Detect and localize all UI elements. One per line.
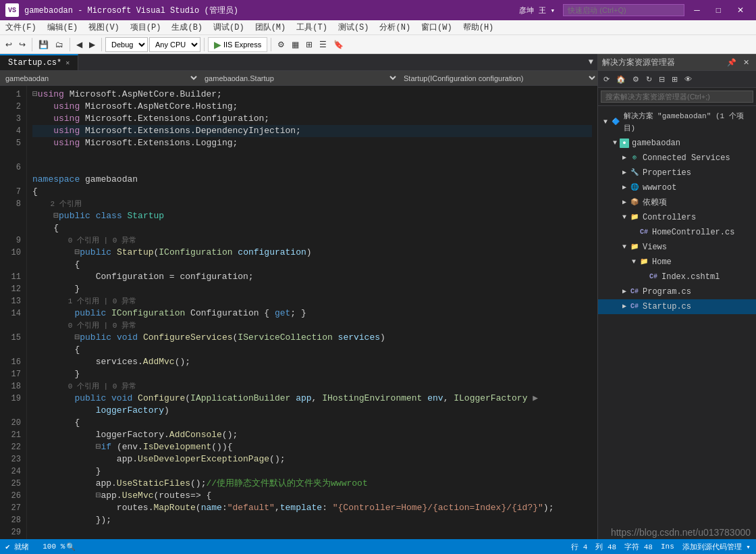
status-col[interactable]: 列 48	[595, 542, 616, 552]
zoom-level[interactable]: 100 %	[43, 543, 65, 551]
se-filter-button[interactable]: ⊞	[669, 74, 680, 85]
save-button[interactable]: 💾	[36, 39, 51, 51]
toolbar-sep-3	[101, 38, 102, 51]
tree-item-index-cshtml[interactable]: C# Index.cshtml	[598, 270, 756, 284]
minimize-button[interactable]: ─	[687, 0, 707, 20]
editor-content[interactable]: 1 2 3 4 5 6 7 8 9 10 11 12 13 14	[0, 86, 597, 539]
toolbar-extra-2[interactable]: ▦	[289, 39, 302, 51]
se-view-button[interactable]: 👁	[682, 74, 695, 84]
back-button[interactable]: ◀	[74, 39, 85, 51]
tree-item-home-controller[interactable]: C# HomeController.cs	[598, 225, 756, 240]
menu-window[interactable]: 窗口(W)	[416, 20, 458, 34]
code-nav-member-select[interactable]: Startup(IConfiguration configuration)	[398, 71, 597, 85]
views-folder-icon: 📁	[629, 242, 640, 253]
code-nav-namespace-select[interactable]: gamebaodan.Startup	[199, 71, 398, 85]
menu-help[interactable]: 帮助(H)	[458, 20, 500, 34]
tree-item-controllers[interactable]: ▼ 📁 Controllers	[598, 210, 756, 225]
menu-file[interactable]: 文件(F)	[0, 20, 42, 34]
startup-cs-label: Startup.cs	[643, 301, 691, 313]
restore-button[interactable]: □	[709, 0, 728, 20]
toolbar-extra-4[interactable]: ☰	[317, 39, 329, 51]
status-bar: ✔ 就绪 100 % 🔍 行 4 列 48 字符 48 Ins 添加到源代码管理…	[0, 539, 756, 554]
se-close-button[interactable]: ✕	[740, 57, 752, 68]
tree-item-solution[interactable]: ▼ 🔷 解决方案 "gamebaodan" (1 个项目)	[598, 109, 756, 136]
code-line: ⊟public Startup(IConfiguration configura…	[32, 247, 592, 259]
views-arrow: ▼	[620, 241, 629, 253]
home-folder-arrow: ▼	[629, 256, 639, 268]
status-ins[interactable]: Ins	[661, 543, 674, 551]
toolbar-extra-3[interactable]: ⊞	[303, 39, 315, 51]
tree-item-connected-services[interactable]: ▶ ⊕ Connected Services	[598, 151, 756, 166]
undo-button[interactable]: ↩	[3, 39, 15, 51]
menu-edit[interactable]: 编辑(E)	[42, 20, 84, 34]
menu-test[interactable]: 测试(S)	[333, 20, 375, 34]
code-line-hint: 0 个引用 | 0 异常	[32, 320, 592, 332]
menu-analyze[interactable]: 分析(N)	[374, 20, 416, 34]
tree-item-views[interactable]: ▼ 📁 Views	[598, 240, 756, 255]
code-line: public IConfiguration Configuration { ge…	[32, 307, 592, 320]
tab-startup-cs[interactable]: Startup.cs* ✕	[0, 54, 78, 70]
tree-item-project[interactable]: ▼ ● gamebaodan	[598, 136, 756, 151]
toolbar-sep-4	[204, 38, 205, 51]
project-label: gamebaodan	[632, 137, 680, 149]
tree-item-program-cs[interactable]: ▶ C# Program.cs	[598, 284, 756, 299]
toolbar-bookmark[interactable]: 🔖	[331, 39, 346, 51]
code-line-hint: 0 个引用 | 0 异常	[32, 234, 592, 247]
code-nav: gamebaodan gamebaodan.Startup Startup(IC…	[0, 71, 597, 86]
code-line: services.AddMvc();	[32, 356, 592, 368]
code-nav-class-select[interactable]: gamebaodan	[0, 71, 199, 85]
title-bar: VS gamebaodan - Microsoft Visual Studio …	[0, 0, 756, 20]
solution-label: 解决方案 "gamebaodan" (1 个项目)	[624, 110, 754, 134]
solution-arrow: ▼	[601, 116, 610, 128]
menu-build[interactable]: 生成(B)	[166, 20, 208, 34]
platform-select[interactable]: Any CPU	[149, 37, 200, 52]
close-button[interactable]: ✕	[730, 0, 751, 20]
code-content[interactable]: ⊟using Microsoft.AspNetCore.Builder; usi…	[27, 86, 597, 539]
project-arrow: ▼	[610, 137, 620, 149]
dependencies-arrow: ▶	[620, 197, 629, 209]
forward-button[interactable]: ▶	[86, 39, 98, 51]
dependencies-label: 依赖项	[643, 197, 667, 209]
se-sync-button[interactable]: ⟳	[601, 74, 612, 85]
code-line: public void Configure(IApplicationBuilde…	[32, 393, 592, 405]
se-pin-button[interactable]: 📌	[724, 57, 739, 68]
save-all-button[interactable]: 🗂	[53, 39, 66, 51]
user-label[interactable]: 彦坤 王 ▾	[519, 5, 555, 16]
tree-item-home-folder[interactable]: ▼ 📁 Home	[598, 255, 756, 270]
status-line[interactable]: 行 4	[571, 542, 587, 552]
status-char[interactable]: 字符 48	[624, 542, 653, 552]
status-ready[interactable]: ✔ 就绪	[5, 542, 29, 552]
tree-item-dependencies[interactable]: ▶ 📦 依赖项	[598, 195, 756, 210]
startup-cs-arrow: ▶	[620, 301, 629, 313]
se-collapse-button[interactable]: ⊟	[656, 74, 668, 85]
menu-team[interactable]: 团队(M)	[250, 20, 292, 34]
wwwroot-icon: 🌐	[629, 182, 640, 193]
se-home-button[interactable]: 🏠	[614, 74, 628, 85]
add-to-source-control[interactable]: 添加到源代码管理 ▾	[682, 542, 751, 552]
se-refresh-button[interactable]: ↻	[643, 74, 655, 85]
menu-debug[interactable]: 调试(D)	[208, 20, 250, 34]
run-button[interactable]: ▶ IIS Express	[208, 37, 267, 52]
menu-project[interactable]: 项目(P)	[125, 20, 167, 34]
solution-explorer-search-input[interactable]	[601, 91, 753, 103]
se-props-button[interactable]: ⚙	[630, 74, 642, 85]
tree-item-wwwroot[interactable]: ▶ 🌐 wwwroot	[598, 180, 756, 195]
debug-mode-select[interactable]: Debug	[105, 37, 148, 52]
wwwroot-arrow: ▶	[620, 182, 629, 194]
toolbar-extra-1[interactable]: ⚙	[275, 39, 288, 51]
toolbar-sep-2	[70, 38, 70, 51]
controllers-folder-icon: 📁	[629, 212, 640, 223]
solution-explorer: 解决方案资源管理器 📌 ✕ ⟳ 🏠 ⚙ ↻ ⊟ ⊞ 👁 ▼ 🔷 解决方案 "g	[597, 54, 756, 539]
menu-tools[interactable]: 工具(T)	[291, 20, 333, 34]
menu-view[interactable]: 视图(V)	[83, 20, 125, 34]
quick-launch-input[interactable]	[563, 4, 684, 16]
code-line: using Microsoft.Extensions.Logging;	[32, 137, 592, 149]
tree-item-properties[interactable]: ▶ 🔧 Properties	[598, 166, 756, 180]
status-zoom: 100 % 🔍	[43, 543, 76, 551]
toolbar-sep-5	[271, 38, 271, 51]
wwwroot-label: wwwroot	[643, 182, 676, 194]
redo-button[interactable]: ↪	[16, 39, 28, 51]
tab-close-button[interactable]: ✕	[65, 59, 70, 67]
tree-item-startup-cs[interactable]: ▶ C# Startup.cs	[598, 299, 756, 314]
tab-scroll-arrow[interactable]: ▼	[585, 54, 597, 70]
